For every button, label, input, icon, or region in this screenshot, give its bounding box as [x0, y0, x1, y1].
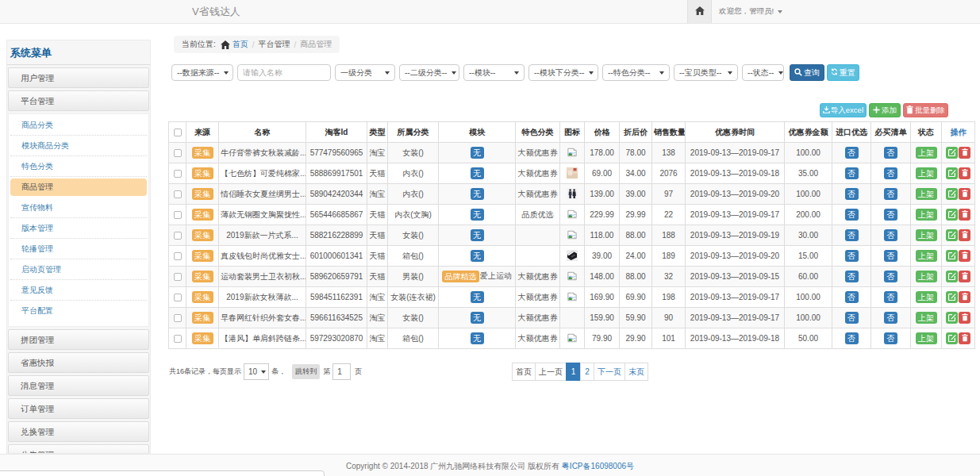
- delete-button[interactable]: [959, 271, 970, 282]
- status-badge[interactable]: 上架: [916, 312, 937, 324]
- imported-badge[interactable]: 否: [845, 271, 859, 282]
- user-menu[interactable]: 欢迎您，管理员!: [719, 0, 782, 23]
- module-select[interactable]: --模块--: [463, 64, 525, 81]
- must-buy-badge[interactable]: 否: [884, 291, 897, 303]
- delete-button[interactable]: [959, 147, 970, 159]
- row-checkbox[interactable]: [174, 190, 182, 198]
- sidebar-subitem[interactable]: 模块商品分类: [10, 136, 147, 156]
- row-checkbox[interactable]: [174, 170, 182, 178]
- must-buy-badge[interactable]: 否: [884, 312, 897, 324]
- edit-button[interactable]: [946, 188, 958, 200]
- status-badge[interactable]: 上架: [916, 271, 937, 282]
- row-checkbox[interactable]: [174, 252, 182, 260]
- status-badge[interactable]: 上架: [916, 291, 937, 303]
- status-badge[interactable]: 上架: [916, 147, 937, 159]
- batch-delete-button[interactable]: 批量删除: [903, 103, 948, 117]
- must-buy-badge[interactable]: 否: [884, 250, 897, 262]
- page-button-first[interactable]: 首页: [512, 363, 536, 381]
- sidebar-item[interactable]: 省惠快报: [8, 352, 149, 373]
- edit-button[interactable]: [946, 209, 958, 221]
- delete-button[interactable]: [959, 209, 970, 221]
- sidebar-item[interactable]: 公告管理: [8, 444, 149, 454]
- reset-button[interactable]: 重置: [827, 64, 859, 81]
- edit-button[interactable]: [946, 291, 958, 303]
- sidebar-subitem[interactable]: 轮播管理: [10, 239, 147, 259]
- must-buy-badge[interactable]: 否: [884, 271, 897, 282]
- page-button-prev[interactable]: 上一页: [535, 363, 567, 381]
- sidebar-subitem[interactable]: 版本管理: [10, 218, 147, 239]
- must-buy-badge[interactable]: 否: [884, 209, 897, 221]
- row-checkbox[interactable]: [174, 149, 182, 157]
- must-buy-badge[interactable]: 否: [884, 229, 897, 241]
- status-badge[interactable]: 上架: [916, 229, 937, 241]
- sidebar-item[interactable]: 消息管理: [8, 375, 149, 396]
- jump-button[interactable]: 跳转到: [292, 364, 320, 379]
- feature-select[interactable]: --特色分类--: [602, 64, 670, 81]
- sidebar-item[interactable]: 兑换管理: [8, 421, 149, 442]
- status-select[interactable]: --状态--: [742, 64, 784, 81]
- row-checkbox[interactable]: [174, 211, 182, 219]
- category1-select[interactable]: 一级分类: [335, 64, 395, 81]
- status-badge[interactable]: 上架: [916, 167, 937, 179]
- imported-badge[interactable]: 否: [845, 167, 859, 179]
- page-button-next[interactable]: 下一页: [594, 363, 625, 381]
- sidebar-item[interactable]: 用户管理: [8, 67, 149, 88]
- imported-badge[interactable]: 否: [845, 250, 859, 262]
- status-badge[interactable]: 上架: [916, 332, 937, 344]
- sidebar-item[interactable]: 平台管理: [8, 90, 149, 111]
- sidebar-subitem[interactable]: 宣传物料: [10, 198, 147, 218]
- data-source-select[interactable]: --数据来源--: [171, 64, 233, 81]
- breadcrumb-home-link[interactable]: 首页: [233, 39, 248, 50]
- name-input[interactable]: [237, 64, 331, 81]
- edit-button[interactable]: [946, 229, 958, 241]
- delete-button[interactable]: [959, 250, 970, 262]
- sidebar-subitem[interactable]: 平台配置: [10, 301, 147, 321]
- must-buy-badge[interactable]: 否: [884, 167, 897, 179]
- page-number-input[interactable]: [332, 363, 351, 380]
- sidebar-subitem[interactable]: 启动页管理: [10, 259, 147, 280]
- sidebar-subitem[interactable]: 商品管理: [10, 178, 147, 196]
- imported-badge[interactable]: 否: [845, 312, 859, 324]
- sidebar-item[interactable]: 订单管理: [8, 398, 149, 419]
- sidebar-subitem[interactable]: 特色分类: [10, 156, 147, 177]
- edit-button[interactable]: [946, 332, 958, 344]
- edit-button[interactable]: [946, 147, 958, 159]
- must-buy-badge[interactable]: 否: [884, 188, 897, 200]
- imported-badge[interactable]: 否: [845, 209, 859, 221]
- delete-button[interactable]: [959, 332, 970, 344]
- row-checkbox[interactable]: [174, 294, 182, 301]
- item-type-select[interactable]: --宝贝类型--: [674, 64, 738, 81]
- breadcrumb-item-platform[interactable]: 平台管理: [259, 39, 290, 50]
- imported-badge[interactable]: 否: [845, 229, 859, 241]
- edit-button[interactable]: [946, 250, 958, 262]
- delete-button[interactable]: [959, 188, 970, 200]
- icp-link[interactable]: 粤ICP备16098006号: [562, 462, 634, 470]
- delete-button[interactable]: [959, 229, 970, 241]
- imported-badge[interactable]: 否: [845, 291, 859, 303]
- delete-button[interactable]: [959, 312, 970, 324]
- must-buy-badge[interactable]: 否: [884, 147, 897, 159]
- query-button[interactable]: 查询: [790, 64, 824, 81]
- status-badge[interactable]: 上架: [916, 188, 937, 200]
- imported-badge[interactable]: 否: [845, 147, 859, 159]
- imported-badge[interactable]: 否: [845, 188, 859, 200]
- category2-select[interactable]: --二级分类--: [399, 64, 459, 81]
- delete-button[interactable]: [959, 167, 970, 179]
- page-button-page-2[interactable]: 2: [580, 363, 594, 381]
- row-checkbox[interactable]: [174, 232, 182, 240]
- edit-button[interactable]: [946, 271, 958, 282]
- select-all-checkbox[interactable]: [174, 129, 182, 136]
- row-checkbox[interactable]: [174, 335, 182, 343]
- row-checkbox[interactable]: [174, 314, 182, 322]
- add-button[interactable]: 添加: [869, 103, 901, 117]
- per-page-select[interactable]: 10: [244, 363, 269, 380]
- edit-button[interactable]: [946, 312, 958, 324]
- must-buy-badge[interactable]: 否: [884, 332, 897, 344]
- import-excel-button[interactable]: 导入excel: [820, 103, 867, 117]
- status-badge[interactable]: 上架: [916, 209, 937, 221]
- row-checkbox[interactable]: [174, 273, 182, 281]
- topbar-home-button[interactable]: [687, 0, 712, 23]
- page-button-last[interactable]: 末页: [625, 363, 648, 381]
- sidebar-subitem[interactable]: 意见反馈: [10, 280, 147, 301]
- page-button-page-1[interactable]: 1: [566, 363, 581, 381]
